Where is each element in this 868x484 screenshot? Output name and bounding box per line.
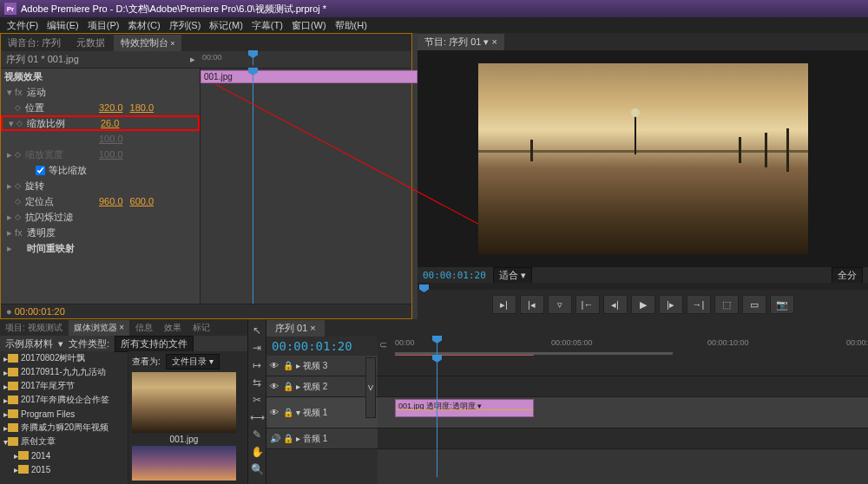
menu-sequence[interactable]: 序列(S) <box>166 19 205 32</box>
playhead[interactable] <box>437 356 437 477</box>
tab-effect-controls[interactable]: 特效控制台× <box>114 35 181 51</box>
motion-heading[interactable]: 运动 <box>27 86 46 99</box>
razor-tool[interactable]: ✂ <box>249 392 265 408</box>
track-v3-label: 视频 3 <box>303 360 327 372</box>
lock-icon[interactable]: 🔒 <box>283 408 293 417</box>
lock-icon[interactable]: 🔒 <box>283 434 293 443</box>
tab-sequence[interactable]: 序列 01 × <box>266 320 325 337</box>
ec-mini-ruler[interactable]: 00:00 <box>201 51 411 67</box>
close-icon[interactable]: × <box>492 36 497 47</box>
step-fwd-button[interactable]: |▸ <box>659 295 683 314</box>
folder-icon <box>8 409 18 418</box>
eye-icon[interactable]: 👁 <box>270 382 280 391</box>
uniform-scale-checkbox[interactable] <box>36 166 45 175</box>
video-effects-heading: 视频效果 <box>4 70 43 83</box>
program-monitor[interactable] <box>418 50 868 267</box>
program-timecode[interactable]: 00:00:01:20 <box>423 270 486 281</box>
tree-node[interactable]: ▸2017年奔腾校企合作签 <box>0 393 128 407</box>
position-x[interactable]: 320.0 <box>99 102 123 113</box>
menu-title[interactable]: 字幕(T) <box>248 19 286 32</box>
lock-icon[interactable]: 🔒 <box>283 361 293 370</box>
eye-icon[interactable]: 👁 <box>270 361 280 370</box>
tab-markers[interactable]: 标记 <box>187 320 215 336</box>
add-marker-button[interactable]: ▿ <box>548 295 572 314</box>
menu-file[interactable]: 文件(F) <box>3 19 42 32</box>
close-icon[interactable]: × <box>310 323 315 333</box>
media-thumbnail[interactable]: 001.jpg <box>132 372 236 446</box>
tree-node[interactable]: ▸2015 <box>0 462 128 476</box>
tree-node[interactable]: ▸20170802树叶飘 <box>0 351 128 365</box>
tab-metadata[interactable]: 元数据 <box>69 35 112 51</box>
anchor-y[interactable]: 600.0 <box>130 196 155 206</box>
effect-properties: 视频效果 ▾fx运动↺ ◇位置 320.0 180.0 ▾◇缩放比例 26.0 … <box>1 69 201 304</box>
mark-out-button[interactable]: |◂ <box>520 295 544 314</box>
menu-edit[interactable]: 编辑(E) <box>43 19 82 32</box>
export-frame-button[interactable]: 📷 <box>770 295 794 314</box>
folder-icon <box>8 354 18 363</box>
ec-clip-bar[interactable]: 001.jpg <box>201 70 418 83</box>
tab-program[interactable]: 节目: 序列 01 ▾ × <box>418 34 504 50</box>
close-icon[interactable]: × <box>117 323 125 332</box>
tree-node[interactable]: ▸2017年尾牙节 <box>0 379 128 393</box>
pen-tool[interactable]: ✎ <box>249 427 265 442</box>
menu-marker[interactable]: 标记(M) <box>206 19 247 32</box>
rotate-label[interactable]: 旋转 <box>25 180 99 193</box>
folder-tree[interactable]: ▸20170802树叶飘 ▸20170911-九九九活动 ▸2017年尾牙节 ▸… <box>0 351 128 484</box>
scale-100: 100.0 <box>99 134 123 144</box>
track-select-tool[interactable]: ⇥ <box>249 340 265 356</box>
resolution-dropdown[interactable]: 全分 <box>832 267 863 284</box>
tab-audio-mixer[interactable]: 调音台: 序列 <box>1 35 68 51</box>
ripple-tool[interactable]: ↦ <box>249 357 265 373</box>
tree-node[interactable]: ▸20170911-九九九活动 <box>0 365 128 379</box>
play-button[interactable]: ▶ <box>631 295 655 314</box>
slip-tool[interactable]: ⟷ <box>249 409 265 425</box>
tree-node[interactable]: ▸2014 <box>0 448 128 462</box>
program-ruler[interactable] <box>418 283 868 290</box>
extract-button[interactable]: ▭ <box>742 295 766 314</box>
zoom-tool[interactable]: 🔍 <box>249 461 265 477</box>
track-a1-label: 音频 1 <box>303 433 327 445</box>
timeline-ruler[interactable]: ⊂ 00:00 00:00:05:00 00:00:10:00 00:00:15… <box>378 337 868 356</box>
step-back-button[interactable]: ◂| <box>603 295 628 314</box>
speaker-icon[interactable]: 🔊 <box>270 434 280 443</box>
scale-value[interactable]: 26.0 <box>101 118 119 128</box>
tree-node[interactable]: ▸Program Files <box>0 407 128 421</box>
tab-info[interactable]: 信息 <box>130 320 158 336</box>
tab-media-browser[interactable]: 媒体浏览器 × <box>69 320 130 336</box>
ec-timecode[interactable]: 00:00:01:20 <box>15 306 65 317</box>
lock-icon[interactable]: 🔒 <box>283 382 293 391</box>
close-icon[interactable]: × <box>170 39 174 48</box>
menu-clip[interactable]: 素材(C) <box>124 19 163 32</box>
lift-button[interactable]: ⬚ <box>714 295 739 314</box>
v-patch[interactable]: V <box>365 357 376 418</box>
zoom-fit-dropdown[interactable]: 适合 ▾ <box>493 267 532 284</box>
tree-node[interactable]: ▾原创文章 <box>0 435 128 448</box>
goto-out-button[interactable]: →| <box>687 295 711 314</box>
view-as-dropdown[interactable]: 文件目录 ▾ <box>166 354 220 370</box>
position-y[interactable]: 180.0 <box>130 102 155 113</box>
media-thumbnail[interactable] <box>132 446 236 481</box>
mark-in-button[interactable]: ▸| <box>492 295 516 314</box>
menu-window[interactable]: 窗口(W) <box>288 19 330 32</box>
tab-effects[interactable]: 效果 <box>159 320 187 336</box>
opacity-heading[interactable]: 透明度 <box>27 226 56 239</box>
menu-help[interactable]: 帮助(H) <box>332 19 371 32</box>
hand-tool[interactable]: ✋ <box>249 444 265 460</box>
menu-project[interactable]: 项目(P) <box>84 19 123 32</box>
timeremap-heading[interactable]: 时间重映射 <box>27 242 75 255</box>
tab-project[interactable]: 项目: 视频测试 <box>0 320 68 336</box>
scale-label: 缩放比例 <box>27 117 101 130</box>
project-panel: 项目: 视频测试 媒体浏览器 × 信息 效果 标记 示例原材料▾ 文件类型: 所… <box>0 319 247 484</box>
antiflicker-label[interactable]: 抗闪烁过滤 <box>25 211 99 224</box>
ec-timeline[interactable]: ▲ 001.jpg <box>201 69 411 304</box>
eye-icon[interactable]: 👁 <box>270 408 280 417</box>
folder-icon <box>8 382 18 390</box>
timeline-clip[interactable]: 001.jpg 透明度:透明度 ▾ <box>395 399 534 417</box>
tree-node[interactable]: ▸奔腾威力狮20周年视频 <box>0 421 128 435</box>
anchor-x[interactable]: 960.0 <box>99 196 123 206</box>
selection-tool[interactable]: ↖ <box>249 323 265 338</box>
goto-in-button[interactable]: |← <box>575 295 600 314</box>
rate-stretch-tool[interactable]: ⇆ <box>249 375 265 390</box>
timeline-timecode[interactable]: 00:00:01:20 <box>272 339 352 353</box>
filetype-dropdown[interactable]: 所有支持的文件 <box>115 336 194 352</box>
